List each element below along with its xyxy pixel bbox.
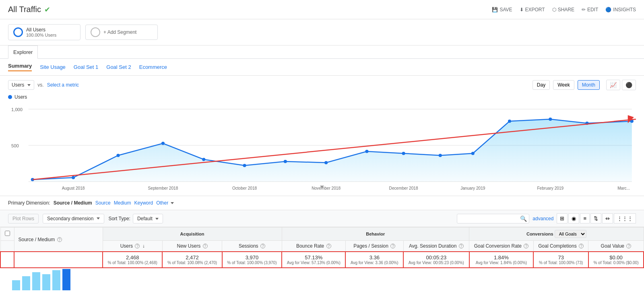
tab-goal-set-2[interactable]: Goal Set 2 (106, 64, 131, 70)
svg-text:September 2018: September 2018 (148, 186, 178, 190)
svg-text:Marc...: Marc... (617, 186, 630, 190)
svg-point-23 (471, 152, 475, 155)
goal-completions-col-header[interactable]: Goal Completions ? (533, 241, 588, 252)
totals-bounce-rate-cell: 57.13% Avg for View: 57.13% (0.00%) (282, 252, 345, 268)
new-users-col-header[interactable]: New Users ? (162, 241, 222, 252)
tab-site-usage[interactable]: Site Usage (40, 64, 66, 70)
bounce-help-icon[interactable]: ? (326, 244, 331, 248)
pages-session-col-header[interactable]: Pages / Session ? (345, 241, 403, 252)
add-segment-button[interactable]: + Add Segment (85, 25, 158, 40)
explorer-tab-bar: Explorer (0, 45, 644, 59)
vs-label: vs. (37, 82, 43, 88)
edit-button[interactable]: ✏ EDIT (582, 7, 598, 12)
select-all-checkbox[interactable] (5, 231, 10, 236)
sessions-help-icon[interactable]: ? (260, 244, 265, 248)
svg-rect-30 (32, 272, 40, 290)
svg-text:August 2018: August 2018 (62, 186, 85, 190)
title-text: All Traffic (8, 5, 41, 14)
bounce-rate-col-header[interactable]: Bounce Rate ? (282, 241, 345, 252)
line-chart-button[interactable]: 📈 (606, 80, 620, 90)
all-users-segment[interactable]: All Users 100.00% Users (8, 24, 80, 40)
goal-conv-col-header[interactable]: Goal Conversion Rate ? (469, 241, 534, 252)
new-users-sparkline: New Users (8, 268, 89, 292)
pivot-view-button[interactable]: ⋮⋮⋮ (614, 213, 636, 223)
totals-goal-value-cell: $0.00 % of Total: 0.00% ($0.00) (588, 252, 644, 268)
dim-help-icon[interactable]: ? (57, 237, 62, 242)
segment-name: All Users (26, 27, 56, 33)
svg-text:500: 500 (11, 143, 19, 148)
new-users-help-icon[interactable]: ? (203, 244, 208, 248)
sessions-col-header[interactable]: Sessions ? (222, 241, 282, 252)
other-dropdown-icon (171, 202, 174, 204)
sub-tabs: Summary Site Usage Goal Set 1 Goal Set 2… (0, 59, 644, 76)
svg-text:January 2019: January 2019 (460, 186, 485, 190)
plot-rows-button[interactable]: Plot Rows (8, 214, 39, 223)
tab-goal-set-1[interactable]: Goal Set 1 (74, 64, 98, 70)
grid-view-button[interactable]: ⊞ (557, 213, 568, 223)
pages-help-icon[interactable]: ? (390, 244, 395, 248)
svg-text:December 2018: December 2018 (389, 186, 418, 190)
list-view-button[interactable]: ≡ (580, 213, 590, 223)
dim-source-medium[interactable]: Source / Medium (54, 200, 92, 206)
totals-goal-conv-cell: 1.84% Avg for View: 1.84% (0.00%) (469, 252, 534, 268)
compare-view-button[interactable]: ⇔ (602, 213, 613, 223)
avg-session-help-icon[interactable]: ? (459, 244, 464, 248)
avg-session-col-header[interactable]: Avg. Session Duration ? (403, 241, 469, 252)
goal-conv-help-icon[interactable]: ? (524, 244, 528, 248)
table-controls: Plot Rows Secondary dimension Sort Type:… (0, 210, 644, 227)
all-goals-dropdown[interactable]: All Goals (555, 230, 586, 238)
secondary-dimension-dropdown[interactable]: Secondary dimension (43, 214, 104, 223)
insights-icon: 🔵 (605, 7, 611, 12)
goal-value-help-icon[interactable]: ? (626, 244, 631, 248)
share-button[interactable]: ⬡ SHARE (552, 7, 574, 12)
sort-arrow-icon (155, 218, 159, 220)
sort-type-label: Sort Type: (108, 216, 130, 221)
dim-source[interactable]: Source (95, 200, 111, 206)
explorer-tab[interactable]: Explorer (8, 45, 38, 59)
day-button[interactable]: Day (533, 80, 550, 90)
advanced-link[interactable]: advanced (533, 216, 553, 221)
dim-other[interactable]: Other (156, 200, 168, 206)
chart-area: Users 1,000 500 August 2018 September 20… (0, 94, 644, 196)
metric-label: Users (12, 82, 24, 88)
primary-dim-label: Primary Dimension: (8, 200, 50, 206)
chart-type-buttons: 📈 ⚫ (606, 80, 636, 90)
acquisition-group-header: Acquisition (103, 227, 282, 241)
view-buttons: ⊞ ◉ ≡ ⇅ ⇔ ⋮⋮⋮ (557, 213, 636, 223)
users-sort-icon: ↓ (142, 243, 145, 249)
page-header: All Traffic ✔ 💾 SAVE ⬇ EXPORT ⬡ SHARE ✏ … (0, 0, 644, 19)
edit-icon: ✏ (582, 7, 586, 12)
legend-dot (8, 95, 12, 99)
dim-medium[interactable]: Medium (114, 200, 131, 206)
secondary-dim-label: Secondary dimension (47, 216, 93, 221)
group-header-row: Source / Medium ? Acquisition Behavior C… (0, 227, 644, 241)
search-icon[interactable]: 🔍 (520, 215, 527, 222)
pie-view-button[interactable]: ◉ (568, 213, 579, 223)
goal-comp-help-icon[interactable]: ? (579, 244, 584, 248)
tab-ecommerce[interactable]: Ecommerce (139, 64, 167, 70)
export-button[interactable]: ⬇ EXPORT (520, 7, 545, 12)
goal-value-col-header[interactable]: Goal Value ? (588, 241, 644, 252)
export-icon: ⬇ (520, 7, 524, 12)
month-button[interactable]: Month (578, 80, 600, 90)
chart-svg: 1,000 500 August 2018 September 2018 Oct… (8, 103, 636, 192)
dim-keyword[interactable]: Keyword (134, 200, 153, 206)
insights-button[interactable]: 🔵 INSIGHTS (605, 7, 636, 12)
add-segment-circle (91, 27, 100, 37)
select-metric-link[interactable]: Select a metric (47, 82, 79, 88)
add-segment-label: + Add Segment (103, 29, 136, 35)
sort-type-dropdown[interactable]: Default (133, 214, 163, 223)
scatter-chart-button[interactable]: ⚫ (622, 80, 636, 90)
totals-new-users-cell: 2,472 % of Total: 100.08% (2,470) (162, 252, 222, 268)
save-button[interactable]: 💾 SAVE (492, 7, 512, 12)
metric-dropdown[interactable]: Users (8, 80, 34, 90)
bar-view-button[interactable]: ⇅ (590, 213, 601, 223)
tab-summary[interactable]: Summary (8, 63, 32, 71)
svg-text:October 2018: October 2018 (232, 186, 257, 190)
week-button[interactable]: Week (553, 80, 574, 90)
svg-rect-31 (42, 274, 50, 290)
users-col-header[interactable]: Users ? ↓ (103, 241, 162, 252)
users-help-icon[interactable]: ? (135, 244, 140, 248)
search-input[interactable] (457, 214, 529, 223)
totals-pages-session-cell: 3.36 Avg for View: 3.36 (0.00%) (345, 252, 403, 268)
